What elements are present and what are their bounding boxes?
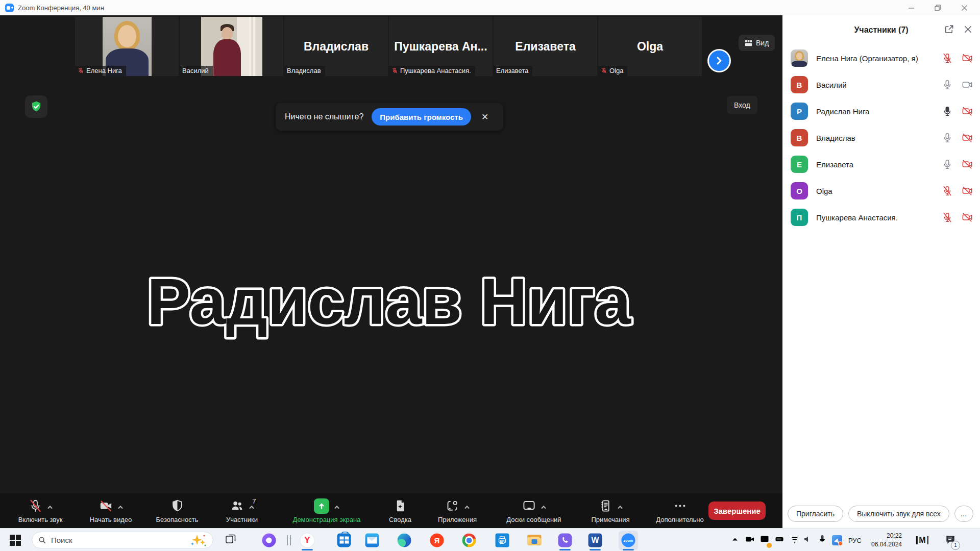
chevron-right-icon (715, 56, 724, 65)
apps-button[interactable]: Приложения (423, 498, 492, 523)
share-screen-button[interactable]: Демонстрация экрана (276, 498, 378, 523)
notes-options-chevron[interactable] (618, 504, 623, 509)
video-tile-vasiliy[interactable]: Василий (180, 17, 283, 76)
audio-banner: Ничего не слышите? Прибавить громкость ✕ (276, 103, 503, 131)
tile-name-label: Пушкарева Анастасия. (389, 66, 475, 76)
active-app-indicator (302, 549, 313, 550)
tile-name-label: Василий (180, 66, 213, 76)
participants-count: 7 (252, 497, 256, 505)
mail-app-icon[interactable] (365, 533, 379, 547)
avatar: В (791, 129, 808, 146)
participant-row[interactable]: В Василий (782, 71, 980, 98)
notification-badge: 1 (951, 541, 960, 550)
video-tile-pushkareva[interactable]: Пушкарева Ан... Пушкарева Анастасия. (389, 17, 493, 76)
participant-row[interactable]: В Владислав (782, 124, 980, 151)
avatar: O (791, 182, 808, 199)
alice-assistant-icon[interactable] (262, 533, 276, 547)
end-meeting-button[interactable]: Завершение (708, 502, 766, 520)
participant-row[interactable]: П Пушкарева Анастасия. (782, 204, 980, 231)
language-indicator[interactable]: РУС (848, 536, 862, 544)
chrome-browser-icon[interactable] (462, 533, 476, 547)
tray-camera-icon[interactable] (745, 534, 755, 546)
start-video-button[interactable]: Начать видео (76, 498, 146, 523)
start-button[interactable] (10, 535, 21, 546)
minimize-button[interactable] (906, 3, 916, 12)
restore-button[interactable] (933, 3, 942, 12)
scanner-app-icon[interactable] (496, 533, 509, 547)
view-button[interactable]: Вид (739, 35, 775, 51)
notes-icon (599, 499, 612, 513)
file-explorer-icon[interactable] (528, 535, 542, 546)
meeting-toolbar: Включить звук Начать видео (0, 493, 782, 528)
notification-center[interactable]: 1 (945, 534, 955, 546)
active-app-indicator (559, 549, 571, 550)
video-tile-olga[interactable]: Olga Olga (598, 17, 702, 76)
invite-button[interactable]: Пригласить (788, 506, 843, 522)
tile-center-name: Olga (598, 40, 702, 54)
participant-name: Радислав Нига (816, 107, 942, 116)
tray-punto-app-icon[interactable] (832, 535, 842, 545)
video-tile-elena[interactable]: Елена Нига (75, 17, 179, 76)
avatar: Е (791, 156, 808, 173)
edge-browser-icon[interactable] (398, 533, 411, 547)
view-button-label: Вид (756, 39, 769, 47)
whiteboards-options-chevron[interactable] (541, 504, 546, 509)
summary-button[interactable]: Сводка (378, 498, 423, 523)
task-view-button[interactable] (225, 533, 237, 547)
mic-muted-icon (601, 67, 607, 74)
participant-name: Елена Нига (Организатор, я) (816, 54, 942, 63)
tray-expand-chevron[interactable] (730, 534, 740, 546)
yandex-browser-icon[interactable]: Y (301, 533, 314, 547)
video-tile-vladislav[interactable]: Владислав Владислав (284, 17, 388, 76)
viber-app-icon[interactable] (558, 533, 572, 547)
notes-button[interactable]: Примечания (576, 498, 645, 523)
share-screen-icon (314, 498, 329, 514)
clock[interactable]: 20:2206.04.2024 (871, 531, 902, 549)
participant-row[interactable]: Елена Нига (Организатор, я) (782, 45, 980, 71)
participant-name: Olga (816, 187, 942, 195)
entry-chip: Вход (727, 96, 757, 114)
mute-all-button[interactable]: Выключить звук для всех (848, 506, 949, 522)
increase-volume-button[interactable]: Прибавить громкость (372, 108, 471, 126)
video-tile-elizaveta[interactable]: Елизавета Елизавета (494, 17, 597, 76)
share-options-chevron[interactable] (334, 504, 339, 509)
shared-screen-title: Радислав Нига (108, 247, 670, 349)
popout-icon[interactable] (944, 24, 954, 34)
banner-close-icon[interactable]: ✕ (481, 113, 488, 121)
microsoft-store-icon[interactable] (337, 533, 351, 547)
participant-row[interactable]: Р Радислав Нига (782, 98, 980, 124)
camera-status-icon (962, 79, 973, 90)
more-button[interactable]: Дополнительно (645, 498, 715, 523)
yandex-app-icon[interactable]: Я (430, 533, 444, 547)
mic-status-icon (942, 132, 953, 143)
participant-row[interactable]: O Olga (782, 178, 980, 204)
active-app-indicator (590, 549, 601, 550)
video-options-chevron[interactable] (118, 504, 123, 509)
windows-taskbar: Поиск Y (0, 528, 980, 551)
unmute-button[interactable]: Включить звук (5, 498, 76, 523)
tray-wifi-icon[interactable] (790, 534, 800, 546)
whiteboards-button[interactable]: Доски сообщений (492, 498, 576, 523)
security-status-chip[interactable] (25, 95, 47, 118)
apps-options-chevron[interactable] (464, 504, 470, 509)
im-logo[interactable]: М (916, 536, 928, 545)
mic-options-chevron[interactable] (47, 504, 53, 509)
tray-screenshare-icon[interactable] (760, 534, 770, 546)
next-page-button[interactable] (707, 49, 731, 72)
taskbar-separator (287, 535, 291, 545)
tray-mic-icon[interactable] (817, 534, 827, 546)
tile-name-label: Елена Нига (75, 66, 126, 76)
security-button[interactable]: Безопасность (146, 498, 208, 523)
tray-battery-icon[interactable] (775, 534, 785, 546)
close-button[interactable] (960, 3, 969, 12)
close-panel-icon[interactable] (963, 24, 973, 34)
window-title: Zoom Конференция, 40 мин (18, 4, 104, 12)
taskbar-search[interactable]: Поиск (32, 532, 213, 548)
mic-status-icon (942, 159, 953, 170)
tray-volume-muted-icon[interactable] (803, 534, 813, 546)
participant-row[interactable]: Е Елизавета (782, 151, 980, 178)
panel-more-button[interactable]: … (954, 506, 973, 522)
participants-button[interactable]: 7 Участники (208, 498, 276, 523)
zoom-app-taskbar-icon[interactable]: zoom (622, 533, 635, 547)
word-app-icon[interactable]: W (589, 533, 602, 547)
